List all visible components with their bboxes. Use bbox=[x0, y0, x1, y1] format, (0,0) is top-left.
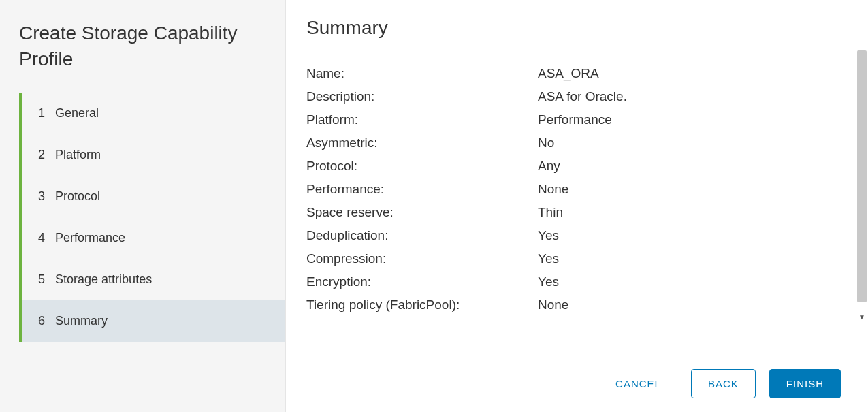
summary-value: Performance bbox=[538, 112, 841, 127]
summary-value: No bbox=[538, 136, 841, 150]
step-num: 2 bbox=[38, 148, 45, 161]
finish-button[interactable]: FINISH bbox=[769, 369, 841, 398]
step-label: Storage attributes bbox=[55, 272, 152, 286]
summary-value: Yes bbox=[538, 228, 841, 243]
step-label: General bbox=[55, 106, 99, 120]
summary-row-performance: Performance: None bbox=[306, 182, 841, 197]
step-general[interactable]: 1 General bbox=[22, 93, 285, 134]
page-title: Summary bbox=[306, 17, 841, 39]
summary-label: Performance: bbox=[306, 182, 538, 197]
step-label: Protocol bbox=[55, 189, 100, 203]
step-num: 6 bbox=[38, 314, 45, 328]
step-summary[interactable]: 6 Summary bbox=[22, 300, 285, 342]
summary-label: Description: bbox=[306, 89, 538, 104]
step-label: Summary bbox=[55, 314, 108, 328]
back-button[interactable]: BACK bbox=[691, 369, 756, 398]
main-panel: Summary Name: ASA_ORA Description: ASA f… bbox=[286, 0, 868, 412]
summary-value: Yes bbox=[538, 251, 841, 266]
summary-label: Asymmetric: bbox=[306, 136, 538, 150]
summary-label: Space reserve: bbox=[306, 205, 538, 220]
wizard-title: Create Storage Capability Profile bbox=[19, 20, 285, 72]
step-label: Performance bbox=[55, 231, 125, 244]
summary-label: Encryption: bbox=[306, 274, 538, 289]
summary-row-asymmetric: Asymmetric: No bbox=[306, 136, 841, 150]
step-protocol[interactable]: 3 Protocol bbox=[22, 176, 285, 217]
summary-label: Deduplication: bbox=[306, 228, 538, 243]
summary-content: Name: ASA_ORA Description: ASA for Oracl… bbox=[306, 66, 841, 355]
summary-row-description: Description: ASA for Oracle. bbox=[306, 89, 841, 104]
step-num: 5 bbox=[38, 272, 45, 286]
summary-value: ASA for Oracle. bbox=[538, 89, 841, 104]
summary-value: Any bbox=[538, 159, 841, 174]
summary-label: Name: bbox=[306, 66, 538, 81]
summary-row-tiering: Tiering policy (FabricPool): None bbox=[306, 298, 841, 313]
summary-label: Tiering policy (FabricPool): bbox=[306, 298, 538, 313]
wizard-sidebar: Create Storage Capability Profile 1 Gene… bbox=[0, 0, 286, 412]
summary-value: None bbox=[538, 298, 841, 313]
button-row: CANCEL BACK FINISH bbox=[306, 355, 841, 398]
summary-row-deduplication: Deduplication: Yes bbox=[306, 228, 841, 243]
scrollbar-thumb[interactable] bbox=[857, 50, 867, 302]
step-num: 3 bbox=[38, 189, 45, 203]
summary-row-protocol: Protocol: Any bbox=[306, 159, 841, 174]
scroll-down-icon[interactable]: ▼ bbox=[858, 313, 866, 321]
step-performance[interactable]: 4 Performance bbox=[22, 217, 285, 259]
step-num: 4 bbox=[38, 231, 45, 244]
summary-value: Thin bbox=[538, 205, 841, 220]
step-label: Platform bbox=[55, 148, 101, 161]
summary-label: Platform: bbox=[306, 112, 538, 127]
summary-row-compression: Compression: Yes bbox=[306, 251, 841, 266]
summary-row-platform: Platform: Performance bbox=[306, 112, 841, 127]
summary-value: ASA_ORA bbox=[538, 66, 841, 81]
summary-value: Yes bbox=[538, 274, 841, 289]
summary-row-encryption: Encryption: Yes bbox=[306, 274, 841, 289]
summary-label: Compression: bbox=[306, 251, 538, 266]
summary-row-name: Name: ASA_ORA bbox=[306, 66, 841, 81]
step-platform[interactable]: 2 Platform bbox=[22, 134, 285, 176]
summary-value: None bbox=[538, 182, 841, 197]
summary-row-space-reserve: Space reserve: Thin bbox=[306, 205, 841, 220]
step-storage-attributes[interactable]: 5 Storage attributes bbox=[22, 259, 285, 300]
summary-label: Protocol: bbox=[306, 159, 538, 174]
step-num: 1 bbox=[38, 106, 45, 120]
cancel-button[interactable]: CANCEL bbox=[599, 370, 677, 398]
wizard-steps: 1 General 2 Platform 3 Protocol 4 Perfor… bbox=[19, 93, 285, 342]
